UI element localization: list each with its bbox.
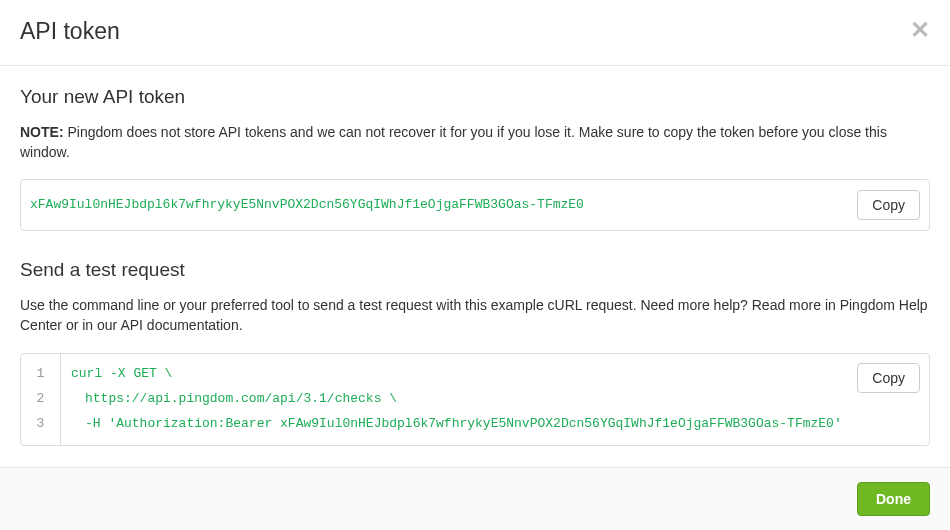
token-box: xFAw9Iul0nHEJbdpl6k7wfhrykyE5NnvPOX2Dcn5… [20,179,930,231]
code-line-2: https://api.pingdom.com/api/3.1/checks \ [71,387,919,412]
line-number-1: 1 [21,362,60,387]
token-section-title: Your new API token [20,86,930,108]
test-section-title: Send a test request [20,259,930,281]
note-label: NOTE: [20,124,64,140]
modal-title: API token [20,18,120,45]
code-content: curl -X GET \ https://api.pingdom.com/ap… [61,354,929,445]
line-number-2: 2 [21,387,60,412]
copy-token-button[interactable]: Copy [857,190,920,220]
close-icon: ✕ [910,16,930,43]
modal-body: Your new API token NOTE: Pingdom does no… [0,66,950,467]
code-line-3: -H 'Authorization:Bearer xFAw9Iul0nHEJbd… [71,412,919,437]
token-note: NOTE: Pingdom does not store API tokens … [20,122,930,163]
api-token-modal: API token ✕ Your new API token NOTE: Pin… [0,0,950,530]
note-text: Pingdom does not store API tokens and we… [20,124,887,160]
done-button[interactable]: Done [857,482,930,516]
test-help-text: Use the command line or your preferred t… [20,295,930,336]
line-numbers: 1 2 3 [21,354,61,445]
code-box: 1 2 3 curl -X GET \ https://api.pingdom.… [20,353,930,446]
modal-footer: Done [0,467,950,530]
close-button[interactable]: ✕ [910,18,930,42]
line-number-3: 3 [21,412,60,437]
copy-code-button[interactable]: Copy [857,363,920,393]
code-line-1: curl -X GET \ [71,362,919,387]
modal-header: API token ✕ [0,0,950,66]
token-value: xFAw9Iul0nHEJbdpl6k7wfhrykyE5NnvPOX2Dcn5… [30,197,584,212]
